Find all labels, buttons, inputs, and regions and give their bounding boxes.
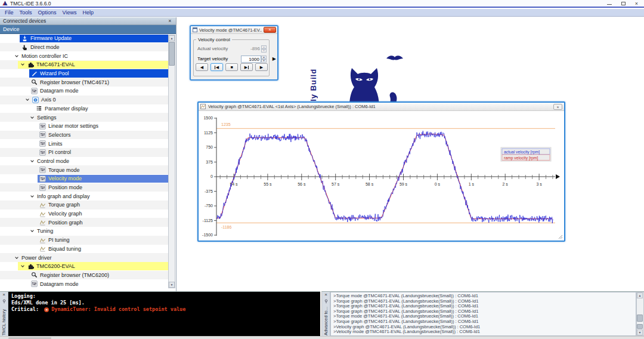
x-tick-label: 1 s — [469, 182, 475, 186]
tree-item-pi-tuning[interactable]: PI tuning — [0, 236, 169, 245]
velocity-graph-window: Velocity graph @TMC4671-EVAL <1st Axis> … — [197, 101, 565, 242]
tree-item-biquad-tuning[interactable]: Biquad tuning — [0, 245, 169, 254]
horizontal-scrollbar[interactable] — [0, 336, 644, 339]
panel-close-icon[interactable]: × — [167, 18, 173, 24]
tree-item-parameter-display[interactable]: Parameter display — [0, 104, 169, 113]
tree-item-register-browser-tmc4671-[interactable]: Register browser (TMC4671) — [0, 78, 169, 87]
tree-item-datagram-mode[interactable]: Datagram mode — [0, 87, 169, 95]
tree-item-tuning[interactable]: Tuning — [0, 227, 169, 236]
tree-item-firmware-update[interactable]: Firmware Update — [0, 34, 169, 43]
log-panel-tab[interactable]: TMCL history — [1, 308, 7, 335]
x-tick-label: 56 s — [298, 182, 306, 186]
chevron-down-icon[interactable] — [30, 229, 35, 233]
stop-button[interactable]: ■ — [225, 63, 238, 71]
tree-item-selectors[interactable]: Selectors — [0, 131, 169, 140]
graph-window-title: Velocity graph @TMC4671-EVAL <1st Axis> … — [208, 104, 551, 109]
scrollbar-thumb[interactable] — [637, 315, 643, 322]
hscroll-thumb[interactable] — [8, 337, 51, 339]
pin-icon[interactable] — [324, 299, 329, 304]
scroll-up-icon[interactable]: ▲ — [637, 292, 643, 298]
tree-item-axis-0[interactable]: Axis 0 — [0, 95, 169, 104]
sliders-icon — [31, 88, 38, 94]
chevron-down-icon[interactable] — [30, 194, 35, 199]
tree-item-control-mode[interactable]: Control mode — [0, 157, 169, 166]
menu-help[interactable]: Help — [79, 10, 97, 16]
scroll-up-icon[interactable]: ▲ — [169, 35, 175, 41]
target-velocity-input[interactable]: 1000 — [241, 56, 261, 63]
play-button[interactable]: ▶ — [255, 63, 268, 71]
tree-item-label: Position graph — [48, 220, 83, 226]
dialog-close-button[interactable]: × — [264, 27, 276, 33]
msg-close-icon[interactable]: × — [324, 292, 327, 297]
minimize-button[interactable] — [607, 4, 612, 5]
menu-options[interactable]: Options — [35, 10, 60, 16]
tree-item-datagram-mode[interactable]: Datagram mode — [0, 279, 169, 288]
tree-scrollbar[interactable]: ▲ ▼ — [168, 35, 175, 288]
resize-grip-icon[interactable] — [559, 235, 562, 239]
spinner-arrows[interactable]: ▲▼ — [261, 56, 267, 63]
tree-item-label: Velocity mode — [48, 175, 82, 181]
field-actual-velocity: Actual velocity-896▲▼ — [197, 45, 267, 53]
sliders-icon — [39, 167, 46, 173]
sliders-icon — [39, 123, 46, 130]
chevron-down-icon[interactable] — [20, 264, 25, 269]
tree-item-label: Motion controller IC — [21, 53, 68, 59]
menu-tools[interactable]: Tools — [17, 10, 35, 16]
chevron-down-icon[interactable] — [25, 97, 30, 102]
velocity-dialog-titlebar[interactable]: Velocity mode @TMC4671-EV... × — [191, 26, 277, 34]
tree-item-tmc6200-eval[interactable]: TMC6200-EVAL — [0, 262, 169, 271]
tree-item-label: Velocity graph — [48, 211, 82, 217]
window-title: TMCL-IDE 3.6.6.0 — [10, 1, 51, 7]
tree-item-torque-mode[interactable]: Torque mode — [0, 165, 169, 174]
tree-item-settings[interactable]: Settings — [0, 113, 169, 122]
tree-item-power-driver[interactable]: Power driver — [0, 253, 169, 262]
tree-item-limits[interactable]: Limits — [0, 139, 169, 148]
velocity-control-label: Velocity control — [196, 37, 232, 42]
pin-icon[interactable] — [2, 299, 7, 304]
tree-item-label: Biquad tuning — [48, 246, 81, 252]
scrollbar-thumb[interactable] — [169, 42, 175, 66]
x-tick-label: 0 s — [435, 182, 441, 186]
chevron-down-icon[interactable] — [14, 54, 19, 58]
tree-item-position-graph[interactable]: Position graph — [0, 218, 169, 227]
puzzle-icon — [27, 263, 34, 270]
tree-item-pi-control[interactable]: PI control — [0, 148, 169, 157]
chevron-down-icon[interactable] — [20, 62, 25, 67]
tree-item-tmc4671-eval[interactable]: TMC4671-EVAL — [0, 60, 169, 69]
scrollbar-thumb[interactable] — [637, 324, 643, 329]
dialog-expand-icon[interactable]: ▶ — [273, 56, 276, 61]
message-scrollbar[interactable]: ▲ ▼ — [636, 292, 644, 336]
close-button[interactable]: × — [635, 1, 638, 7]
tree-item-velocity-mode[interactable]: Velocity mode — [0, 174, 169, 183]
tree-item-linear-motor-settings[interactable]: Linear motor settings — [0, 122, 169, 131]
maximize-button[interactable] — [621, 2, 626, 5]
skip-to-start-button[interactable]: ◀ — [210, 63, 223, 71]
tree-item-velocity-graph[interactable]: Velocity graph — [0, 209, 169, 218]
log-close-icon[interactable]: × — [2, 292, 5, 297]
tree-item-position-mode[interactable]: Position mode — [0, 183, 169, 192]
menu-file[interactable]: File — [2, 10, 17, 16]
graph-window-titlebar[interactable]: Velocity graph @TMC4671-EVAL <1st Axis> … — [199, 103, 564, 111]
graph-close-button[interactable]: × — [553, 104, 562, 110]
tree-item-direct-mode[interactable]: Direct mode — [0, 43, 169, 52]
menu-views[interactable]: Views — [60, 10, 80, 16]
skip-to-end-button[interactable]: ▶ — [240, 63, 253, 71]
tree-item-motion-controller-ic[interactable]: Motion controller IC — [0, 51, 169, 60]
chevron-down-icon[interactable] — [30, 115, 35, 120]
tree-item-info-graph-and-display[interactable]: Info graph and display — [0, 192, 169, 201]
chevron-down-icon[interactable] — [14, 255, 19, 260]
msg-panel-tab[interactable]: Advanced to... — [323, 306, 329, 335]
tree-item-wizard-pool[interactable]: Wizard Pool — [0, 69, 169, 78]
chevron-down-icon[interactable] — [30, 159, 35, 164]
scroll-down-icon[interactable]: ▼ — [169, 282, 175, 288]
step-back-button[interactable]: ◀ — [196, 63, 208, 71]
message-list: >Torque mode @TMC4671-EVAL (Landungsbrue… — [330, 292, 636, 336]
scroll-down-icon[interactable]: ▼ — [637, 329, 643, 335]
sliders-icon — [39, 149, 46, 156]
tree-item-label: Datagram mode — [40, 88, 79, 94]
tmcl-ide-window: TMCL-IDE 3.6.6.0 × FileToolsOptionsViews… — [0, 0, 644, 339]
message-line: >Velocity mode @TMC4671-EVAL (Landungsbr… — [333, 329, 633, 335]
tree-item-register-browser-tmc6200-[interactable]: Register browser (TMC6200) — [0, 271, 169, 280]
tree-item-torque-graph[interactable]: Torque graph — [0, 201, 169, 209]
velocity-chart[interactable]: 1235-1186150011257503750-375-750-1125-15… — [199, 111, 564, 241]
